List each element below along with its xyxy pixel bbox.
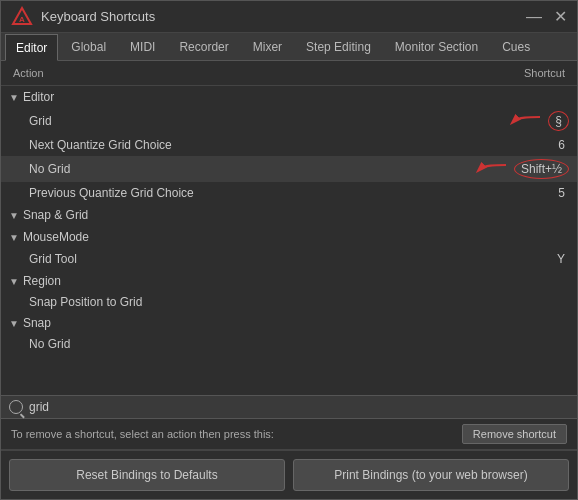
table-row[interactable]: Snap Position to Grid [1, 292, 577, 312]
hint-bar: To remove a shortcut, select an action t… [1, 419, 577, 450]
svg-text:A: A [19, 15, 25, 24]
search-bar [1, 395, 577, 419]
section-snap-grid: ▼ Snap & Grid [1, 204, 577, 226]
section-snap-label: Snap [23, 316, 51, 330]
table-header: Action Shortcut [1, 61, 577, 86]
section-region-label: Region [23, 274, 61, 288]
expand-region-icon: ▼ [9, 276, 19, 287]
hint-text: To remove a shortcut, select an action t… [11, 428, 274, 440]
table-row[interactable]: No Grid Shift+½ [1, 156, 577, 182]
expand-editor-icon: ▼ [9, 92, 19, 103]
section-editor-label: Editor [23, 90, 54, 104]
tab-monitor-section[interactable]: Monitor Section [384, 33, 489, 60]
shortcut-snap-position [561, 301, 569, 303]
table-body[interactable]: ▼ Editor Grid [1, 86, 577, 395]
shortcut-snap-no-grid [561, 343, 569, 345]
table-row[interactable]: No Grid [1, 334, 577, 354]
tab-recorder[interactable]: Recorder [168, 33, 239, 60]
expand-snap-icon: ▼ [9, 318, 19, 329]
red-arrow-icon-2 [476, 161, 508, 177]
close-button[interactable]: ✕ [554, 9, 567, 25]
col-action-label: Action [13, 67, 44, 79]
section-region: ▼ Region [1, 270, 577, 292]
tab-midi[interactable]: MIDI [119, 33, 166, 60]
remove-shortcut-button[interactable]: Remove shortcut [462, 424, 567, 444]
shortcut-grid: § [548, 111, 569, 131]
bottom-buttons: Reset Bindings to Defaults Print Binding… [1, 450, 577, 499]
shortcut-grid-tool: Y [553, 251, 569, 267]
shortcut-no-grid: Shift+½ [514, 159, 569, 179]
title-bar-left: A Keyboard Shortcuts [11, 6, 155, 28]
print-bindings-button[interactable]: Print Bindings (to your web browser) [293, 459, 569, 491]
section-mousemode: ▼ MouseMode [1, 226, 577, 248]
tab-cues[interactable]: Cues [491, 33, 541, 60]
action-next-quantize: Next Quantize Grid Choice [29, 138, 172, 152]
table-row[interactable]: Previous Quantize Grid Choice 5 [1, 182, 577, 204]
tab-global[interactable]: Global [60, 33, 117, 60]
col-shortcut-label: Shortcut [524, 67, 565, 79]
ardour-logo-icon: A [11, 6, 33, 28]
action-prev-quantize: Previous Quantize Grid Choice [29, 186, 194, 200]
shortcut-next-quantize: 6 [554, 137, 569, 153]
action-no-grid: No Grid [29, 162, 70, 176]
table-row[interactable]: Grid Tool Y [1, 248, 577, 270]
action-grid-tool: Grid Tool [29, 252, 77, 266]
reset-bindings-button[interactable]: Reset Bindings to Defaults [9, 459, 285, 491]
table-row[interactable]: Grid § [1, 108, 577, 134]
action-grid: Grid [29, 114, 52, 128]
action-snap-position: Snap Position to Grid [29, 295, 142, 309]
window-title: Keyboard Shortcuts [41, 9, 155, 24]
keyboard-shortcuts-window: A Keyboard Shortcuts — ✕ Editor Global M… [0, 0, 578, 500]
expand-snap-grid-icon: ▼ [9, 210, 19, 221]
action-snap-no-grid: No Grid [29, 337, 70, 351]
title-bar-controls: — ✕ [526, 9, 567, 25]
tab-bar: Editor Global MIDI Recorder Mixer Step E… [1, 33, 577, 61]
minimize-button[interactable]: — [526, 9, 542, 25]
red-arrow-icon [510, 113, 542, 129]
section-editor: ▼ Editor [1, 86, 577, 108]
tab-step-editing[interactable]: Step Editing [295, 33, 382, 60]
section-mousemode-label: MouseMode [23, 230, 89, 244]
section-snap-grid-label: Snap & Grid [23, 208, 88, 222]
section-snap: ▼ Snap [1, 312, 577, 334]
title-bar: A Keyboard Shortcuts — ✕ [1, 1, 577, 33]
expand-mousemode-icon: ▼ [9, 232, 19, 243]
table-row[interactable]: Next Quantize Grid Choice 6 [1, 134, 577, 156]
search-input[interactable] [29, 400, 569, 414]
tab-mixer[interactable]: Mixer [242, 33, 293, 60]
shortcut-prev-quantize: 5 [554, 185, 569, 201]
search-icon [9, 400, 23, 414]
content-area: Action Shortcut ▼ Editor Grid [1, 61, 577, 499]
tab-editor[interactable]: Editor [5, 34, 58, 61]
